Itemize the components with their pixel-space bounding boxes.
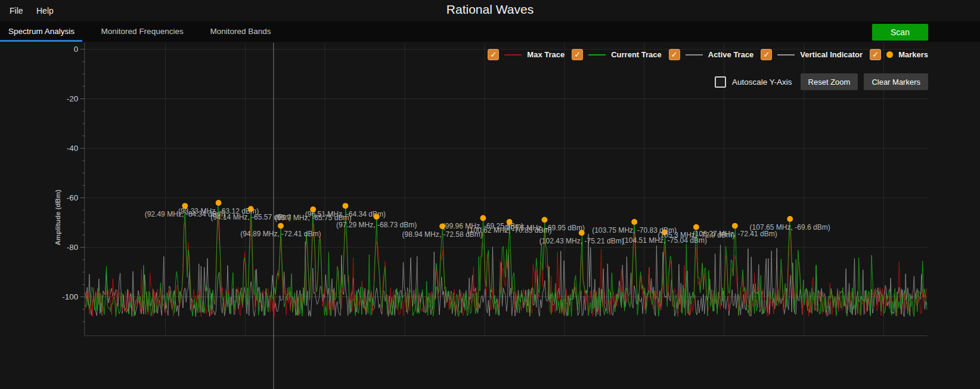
marker-label: (101.5 MHz, -69.95 dBm)	[504, 224, 585, 232]
app-title: Rational Waves	[0, 2, 980, 17]
y-tick-label: -100	[62, 292, 78, 301]
marker-label: (102.43 MHz, -75.21 dBm)	[539, 237, 624, 245]
y-tick-label: -20	[67, 94, 78, 103]
legend-checkbox-markers[interactable]: ✓	[870, 49, 881, 60]
legend-checkbox-current-trace[interactable]: ✓	[572, 49, 583, 60]
trace-line-icon	[777, 54, 795, 55]
marker-label: (107.65 MHz, -69.6 dBm)	[750, 223, 830, 231]
y-tick-label: -40	[67, 144, 78, 153]
legend-label: Max Trace	[527, 50, 565, 59]
marker-dot[interactable]	[216, 200, 222, 206]
legend-label: Active Trace	[708, 50, 754, 59]
reset-zoom-button[interactable]: Reset Zoom	[801, 73, 858, 90]
legend-checkbox-vertical-indicator[interactable]: ✓	[761, 49, 772, 60]
autoscale-control: Autoscale Y-Axis	[715, 76, 792, 88]
marker-label: (96.51 MHz, -64.34 dBm)	[305, 210, 386, 218]
scan-button[interactable]: Scan	[872, 24, 928, 41]
tab-strip: Scan Spectrum AnalysisMonitored Frequenc…	[0, 21, 980, 42]
marker-dot[interactable]	[693, 224, 699, 230]
legend-item-vertical-indicator: ✓Vertical Indicator	[761, 49, 863, 60]
chart-controls: Autoscale Y-Axis Reset Zoom Clear Marker…	[715, 73, 928, 90]
checkmark-icon: ✓	[872, 51, 879, 58]
checkmark-icon: ✓	[671, 51, 678, 58]
marker-dot-icon	[886, 51, 893, 58]
legend-item-max-trace: ✓Max Trace	[488, 49, 565, 60]
marker-dot[interactable]	[631, 219, 637, 225]
spectrum-chart-area: 0-20-40-60-80-100Amplitude (dBm)(92.49 M…	[0, 42, 980, 389]
app-window: FileHelp Rational Waves Scan Spectrum An…	[0, 0, 980, 389]
legend-item-active-trace: ✓Active Trace	[669, 49, 754, 60]
legend-checkbox-active-trace[interactable]: ✓	[669, 49, 680, 60]
spectrum-plot[interactable]: 0-20-40-60-80-100Amplitude (dBm)(92.49 M…	[0, 42, 980, 389]
marker-dot[interactable]	[278, 223, 284, 229]
tab-spectrum-analysis[interactable]: Spectrum Analysis	[0, 21, 83, 40]
marker-dot[interactable]	[579, 230, 585, 236]
marker-dot[interactable]	[480, 215, 486, 221]
marker-dot[interactable]	[542, 217, 548, 223]
legend-checkbox-max-trace[interactable]: ✓	[488, 49, 499, 60]
clear-markers-button[interactable]: Clear Markers	[864, 73, 928, 90]
marker-dot[interactable]	[248, 206, 254, 212]
autoscale-label: Autoscale Y-Axis	[732, 78, 792, 87]
marker-dot[interactable]	[343, 203, 349, 209]
legend-item-markers: ✓Markers	[870, 49, 928, 60]
marker-dot[interactable]	[787, 216, 793, 222]
legend-item-current-trace: ✓Current Trace	[572, 49, 662, 60]
trace-line-icon	[588, 54, 606, 55]
autoscale-checkbox[interactable]	[715, 76, 726, 88]
y-tick-label: -60	[67, 193, 78, 202]
y-tick-label: 0	[74, 45, 78, 54]
tab-monitored-bands[interactable]: Monitored Bands	[201, 21, 279, 40]
legend-label: Current Trace	[611, 50, 662, 59]
checkmark-icon: ✓	[763, 51, 770, 58]
marker-dot[interactable]	[732, 223, 738, 229]
tab-monitored-frequencies[interactable]: Monitored Frequencies	[93, 21, 192, 40]
legend-label: Vertical Indicator	[800, 50, 863, 59]
checkmark-icon: ✓	[490, 51, 497, 58]
trace-line-icon	[504, 54, 522, 55]
marker-label: (94.89 MHz, -72.41 dBm)	[240, 230, 321, 238]
chart-legend: ✓Max Trace✓Current Trace✓Active Trace✓Ve…	[488, 49, 928, 60]
marker-label: (97.29 MHz, -68.73 dBm)	[336, 221, 417, 229]
trace-line-icon	[686, 54, 703, 55]
y-tick-label: -80	[67, 243, 78, 252]
y-axis-title: Amplitude (dBm)	[54, 190, 61, 246]
marker-dot[interactable]	[374, 214, 380, 220]
checkmark-icon: ✓	[574, 51, 581, 58]
legend-label: Markers	[898, 50, 928, 59]
